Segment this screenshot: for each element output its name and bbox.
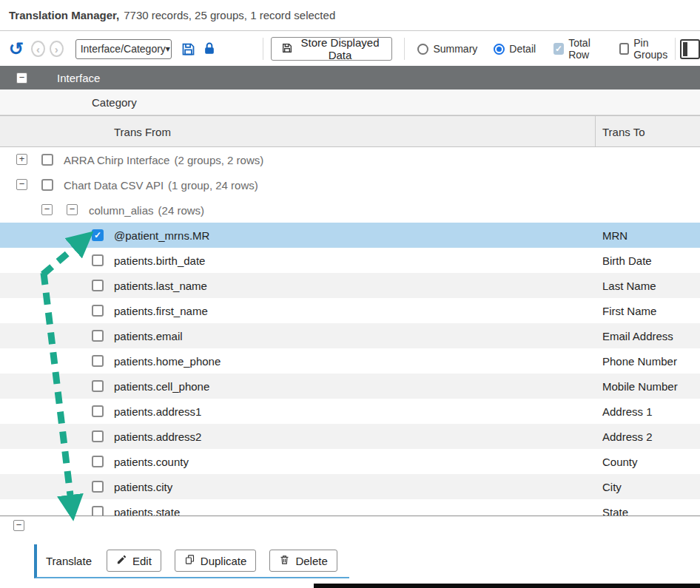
table-row[interactable]: patients.county County bbox=[0, 449, 700, 474]
table-row[interactable]: patients.cell_phone Mobile Number bbox=[0, 374, 700, 399]
trans-from-cell: patients.county bbox=[114, 456, 189, 468]
table-row[interactable]: patients.home_phone Phone Number bbox=[0, 348, 700, 374]
table-row[interactable]: patients.first_name First Name bbox=[0, 298, 700, 323]
trans-from-cell: patients.city bbox=[114, 481, 172, 493]
trans-from-cell: patients.email bbox=[114, 330, 183, 342]
table-row-selected[interactable]: ✓ @patient_mrns.MR MRN bbox=[0, 223, 700, 248]
row-checkbox[interactable] bbox=[92, 305, 104, 317]
trans-from-cell: patients.last_name bbox=[114, 280, 207, 292]
copy-icon bbox=[184, 554, 195, 567]
collapse-icon[interactable]: − bbox=[13, 520, 24, 531]
trans-from-cell: patients.birth_date bbox=[114, 254, 205, 267]
row-checkbox[interactable] bbox=[92, 405, 104, 417]
row-checkbox[interactable] bbox=[92, 506, 104, 516]
lock-icon[interactable] bbox=[202, 41, 217, 56]
titlebar: Translation Manager, 7730 records, 25 gr… bbox=[0, 0, 700, 31]
row-checkbox[interactable] bbox=[92, 254, 104, 266]
table-row[interactable]: patients.birth_date Birth Date bbox=[0, 248, 700, 273]
column-header-row: Trans From Trans To bbox=[0, 115, 700, 147]
store-displayed-data-button[interactable]: Store Displayed Data bbox=[271, 37, 392, 61]
collapse-icon[interactable]: − bbox=[41, 204, 53, 215]
tree-row-arra[interactable]: + ARRA Chirp Interface(2 groups, 2 rows) bbox=[0, 147, 700, 172]
bottom-panel-header: − bbox=[0, 516, 700, 535]
checkbox-checked-disabled-icon: ✓ bbox=[553, 43, 564, 55]
table-row[interactable]: patients.city City bbox=[0, 474, 700, 499]
trans-from-cell: patients.address1 bbox=[114, 405, 201, 418]
group-header-label: Interface bbox=[57, 72, 100, 84]
view-selector-dropdown[interactable]: Interface/Category ▾ bbox=[75, 39, 172, 59]
table-row[interactable]: patients.state State bbox=[0, 499, 700, 516]
radio-selected-icon bbox=[494, 44, 505, 55]
column-header-trans-to[interactable]: Trans To bbox=[602, 125, 645, 138]
trans-from-cell: patients.home_phone bbox=[114, 355, 221, 368]
store-button-label: Store Displayed Data bbox=[299, 36, 382, 61]
undo-icon[interactable]: ↺ bbox=[9, 40, 24, 58]
forward-icon[interactable]: › bbox=[50, 41, 64, 57]
toolbar-divider bbox=[675, 38, 676, 60]
summary-radio[interactable]: Summary bbox=[417, 43, 477, 55]
trans-to-cell: Address 2 bbox=[602, 430, 653, 443]
row-checkbox[interactable] bbox=[92, 456, 104, 467]
expand-icon[interactable]: + bbox=[16, 154, 27, 165]
trash-icon bbox=[279, 554, 290, 567]
row-checkbox[interactable] bbox=[92, 481, 104, 493]
radio-icon bbox=[417, 44, 428, 55]
trans-to-cell: Email Address bbox=[602, 330, 673, 342]
pin-groups-checkbox[interactable]: Pin Groups bbox=[619, 37, 676, 61]
tree-row-column-alias[interactable]: − − column_alias(24 rows) bbox=[0, 197, 700, 223]
save-icon[interactable] bbox=[181, 41, 196, 57]
chevron-down-icon: ▾ bbox=[166, 44, 170, 54]
total-row-checkbox[interactable]: ✓ Total Row bbox=[553, 37, 605, 61]
translate-label: Translate bbox=[46, 555, 92, 567]
detail-radio-label: Detail bbox=[509, 43, 536, 55]
column-header-trans-from[interactable]: Trans From bbox=[114, 125, 171, 138]
table-row[interactable]: patients.address2 Address 2 bbox=[0, 424, 700, 449]
table-row[interactable]: patients.address1 Address 1 bbox=[0, 399, 700, 424]
row-checkbox[interactable] bbox=[92, 280, 104, 291]
detail-radio[interactable]: Detail bbox=[494, 43, 536, 55]
collapse-icon[interactable]: − bbox=[16, 72, 27, 84]
pencil-icon bbox=[116, 554, 127, 567]
row-checkbox[interactable] bbox=[41, 179, 53, 191]
table-row[interactable]: patients.last_name Last Name bbox=[0, 273, 700, 298]
subgroup-header-label: Category bbox=[92, 96, 137, 109]
row-checkbox[interactable] bbox=[92, 355, 104, 367]
duplicate-button[interactable]: Duplicate bbox=[175, 550, 257, 572]
toolbar-divider bbox=[263, 38, 263, 60]
tree-row-chart-data[interactable]: − Chart Data CSV API(1 group, 24 rows) bbox=[0, 172, 700, 197]
edit-button-label: Edit bbox=[132, 555, 152, 567]
collapse-icon[interactable]: − bbox=[16, 179, 27, 190]
delete-button-label: Delete bbox=[295, 555, 327, 567]
row-checkbox[interactable] bbox=[92, 430, 104, 442]
delete-button[interactable]: Delete bbox=[269, 550, 337, 572]
edit-button[interactable]: Edit bbox=[107, 550, 161, 572]
grid-body: + ARRA Chirp Interface(2 groups, 2 rows)… bbox=[0, 147, 700, 516]
duplicate-button-label: Duplicate bbox=[201, 555, 247, 567]
row-checkbox[interactable] bbox=[92, 330, 104, 342]
panel-layout-icon[interactable] bbox=[680, 39, 700, 59]
total-row-label: Total Row bbox=[568, 37, 604, 61]
toolbar-divider bbox=[404, 38, 405, 60]
record-summary: 7730 records, 25 groups, 1 record select… bbox=[124, 9, 335, 21]
collapse-icon[interactable]: − bbox=[67, 204, 78, 215]
trans-to-cell: City bbox=[602, 481, 622, 493]
trans-to-cell: Birth Date bbox=[602, 254, 652, 267]
back-icon[interactable]: ‹ bbox=[31, 41, 45, 57]
group-header-interface: − Interface bbox=[0, 66, 700, 89]
trans-to-cell: Mobile Number bbox=[602, 380, 678, 393]
checkbox-unchecked-icon bbox=[619, 43, 630, 55]
translation-manager-window: Translation Manager, 7730 records, 25 gr… bbox=[0, 0, 700, 588]
save-icon bbox=[281, 42, 293, 56]
row-checkbox[interactable] bbox=[41, 154, 53, 166]
trans-from-cell: patients.state bbox=[114, 506, 180, 516]
table-row[interactable]: patients.email Email Address bbox=[0, 323, 700, 348]
tree-row-label: Chart Data CSV API(1 group, 24 rows) bbox=[64, 179, 258, 192]
trans-to-cell: County bbox=[602, 456, 638, 468]
trans-from-cell: patients.cell_phone bbox=[114, 380, 209, 393]
view-selector-value: Interface/Category bbox=[81, 43, 166, 55]
trans-to-cell: MRN bbox=[602, 229, 627, 242]
trans-to-cell: State bbox=[602, 506, 628, 516]
row-checkbox-checked[interactable]: ✓ bbox=[92, 229, 104, 241]
trans-to-cell: Last Name bbox=[602, 280, 656, 292]
row-checkbox[interactable] bbox=[92, 380, 104, 392]
